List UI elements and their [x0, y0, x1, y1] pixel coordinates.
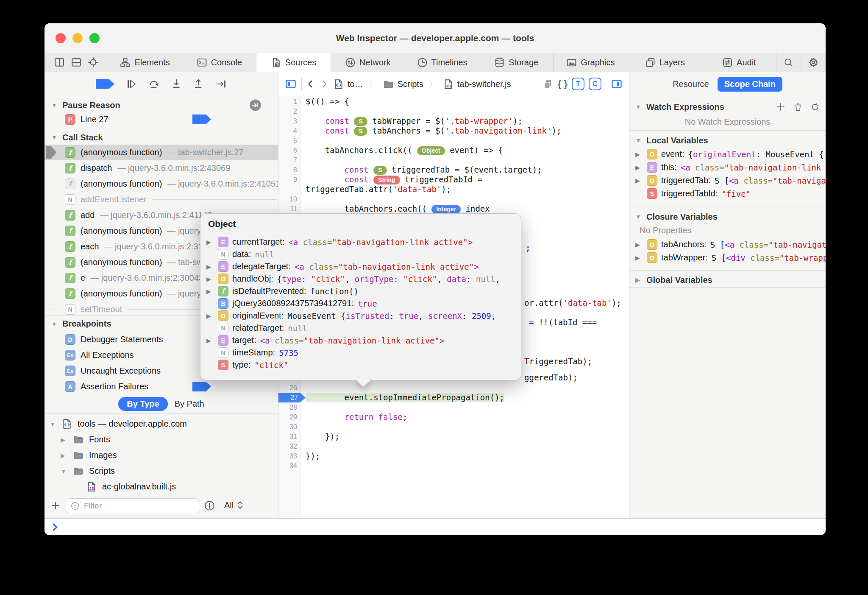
variable-row[interactable]: StriggeredTabId: "five" — [629, 187, 826, 200]
disclosure-triangle-icon[interactable]: ▼ — [50, 421, 56, 427]
call-stack-frame[interactable]: fdispatch— jquery-3.6.0.min.js:2:43069 — [45, 160, 278, 176]
tab-network[interactable]: Network — [331, 53, 405, 72]
object-property-row[interactable]: ▶Etarget: <a class="tab-navigation-link … — [200, 334, 521, 346]
filter-text-field[interactable] — [83, 501, 195, 511]
disclosure-triangle-icon[interactable]: ▶ — [206, 263, 214, 270]
object-property-row[interactable]: ▶EcurrentTarget: <a class="tab-navigatio… — [200, 236, 521, 248]
add-resource-icon[interactable] — [50, 500, 61, 511]
tab-elements[interactable]: Elements — [108, 53, 182, 72]
call-stack-frame[interactable]: f(anonymous function)— jquery-3.6.0.min.… — [45, 176, 278, 192]
object-property-row[interactable]: ▶OhandleObj: {type: "click", origType: "… — [200, 273, 521, 285]
breakpoints-enabled-toggle[interactable] — [96, 79, 114, 89]
tab-resource[interactable]: Resource — [673, 79, 709, 89]
line-number[interactable]: 11 — [278, 204, 297, 214]
breadcrumb-item[interactable]: to… — [348, 79, 363, 89]
step-out-button[interactable] — [192, 78, 204, 90]
breakpoint-item[interactable]: AAssertion Failures — [45, 379, 278, 394]
tab-sources[interactable]: Sources — [256, 53, 331, 72]
pause-reason-row[interactable]: PLine 27 — [45, 112, 278, 127]
object-property-row[interactable]: ▶OoriginalEvent: MouseEvent {isTrusted: … — [200, 310, 521, 322]
step-over-button[interactable] — [147, 78, 160, 90]
line-number[interactable]: 32 — [278, 441, 297, 451]
disclosure-triangle-icon[interactable]: ▶ — [206, 288, 214, 295]
segment-by-path[interactable]: By Path — [175, 399, 204, 409]
code-coverage-button[interactable]: C — [589, 78, 601, 90]
object-property-row[interactable]: BjQuery36008924375739412791: true — [200, 297, 521, 310]
variable-row[interactable]: ▶OtabAnchors: S [<a class="tab-navigatio… — [629, 238, 826, 251]
line-number[interactable]: 5 — [278, 136, 297, 145]
line-number[interactable]: 6 — [278, 145, 297, 155]
tree-item-fonts[interactable]: ▶Fonts — [45, 432, 278, 447]
disclosure-triangle-icon[interactable]: ▼ — [61, 468, 67, 475]
line-number[interactable]: 8 — [278, 165, 297, 175]
tab-graphics[interactable]: Graphics — [554, 53, 628, 72]
line-number[interactable]: 3 — [278, 116, 297, 126]
dock-bottom-icon[interactable] — [71, 57, 82, 68]
issues-filter-icon[interactable] — [204, 500, 215, 511]
line-number[interactable]: 1 — [278, 97, 297, 106]
object-property-row[interactable]: NrelatedTarget: null — [200, 322, 521, 334]
line-number[interactable]: 26 — [278, 383, 297, 393]
tree-item-scripts[interactable]: ▼Scripts — [45, 463, 278, 479]
disclosure-triangle-icon[interactable]: ▶ — [206, 337, 214, 344]
call-stack-frame[interactable]: NaddEventListener — [45, 192, 278, 207]
tab-storage[interactable]: Storage — [479, 53, 554, 72]
toggle-right-sidebar-icon[interactable] — [610, 78, 623, 90]
tree-item-tools[interactable]: ▼tools — developer.apple.com — [45, 416, 278, 432]
disclosure-triangle-icon[interactable]: ▶ — [635, 277, 642, 283]
quick-console-bar[interactable] — [45, 518, 826, 535]
zoom-window-button[interactable] — [89, 33, 100, 43]
line-number[interactable]: 30 — [278, 422, 297, 432]
search-button[interactable] — [776, 53, 801, 72]
reveal-pause-icon[interactable] — [250, 100, 261, 111]
add-watch-expression-icon[interactable] — [776, 102, 786, 112]
disclosure-triangle-icon[interactable]: ▶ — [635, 254, 643, 261]
breadcrumb-item[interactable]: Scripts — [398, 79, 423, 89]
minimize-window-button[interactable] — [72, 33, 83, 43]
tree-item-images[interactable]: ▶Images — [45, 447, 278, 463]
line-number[interactable]: 29 — [278, 412, 297, 422]
object-property-row[interactable]: Stype: "click" — [200, 359, 521, 371]
line-number[interactable]: 31 — [278, 432, 297, 441]
pretty-print-icon[interactable]: { } — [558, 78, 568, 89]
disclosure-triangle-icon[interactable]: ▶ — [635, 151, 643, 158]
disclosure-triangle-icon[interactable]: ▼ — [635, 213, 642, 220]
tab-layers[interactable]: Layers — [628, 53, 702, 72]
execution-pointer[interactable]: 27 — [278, 393, 306, 402]
line-number[interactable]: 33 — [278, 451, 297, 461]
resource-scope-dropdown[interactable]: All — [224, 500, 243, 510]
disclosure-triangle-icon[interactable]: ▶ — [206, 276, 214, 282]
disclosure-triangle-icon[interactable]: ▼ — [51, 134, 58, 141]
disclosure-triangle-icon[interactable]: ▶ — [635, 164, 643, 171]
step-into-button[interactable] — [170, 78, 182, 90]
disclosure-triangle-icon[interactable]: ▶ — [61, 452, 67, 459]
line-number[interactable]: 2 — [278, 106, 297, 116]
settings-button[interactable] — [801, 53, 826, 72]
step-next-button[interactable] — [214, 78, 227, 90]
tab-audit[interactable]: Audit — [702, 53, 776, 72]
line-number[interactable]: 4 — [278, 126, 297, 136]
breadcrumb-item[interactable]: tab-switcher.js — [457, 79, 511, 89]
element-picker-icon[interactable] — [88, 57, 99, 68]
object-property-row[interactable]: Ndata: null — [200, 248, 521, 260]
variable-row[interactable]: ▶OtabWrapper: S [<div class="tab-wrapper… — [629, 251, 826, 264]
tree-item-ac-globalnav.built.js[interactable]: JSac-globalnav.built.js — [45, 479, 278, 494]
tab-timelines[interactable]: Timelines — [405, 53, 479, 72]
disclosure-triangle-icon[interactable]: ▶ — [206, 313, 214, 319]
toggle-left-sidebar-icon[interactable] — [284, 78, 297, 90]
line-number[interactable]: 7 — [278, 155, 297, 165]
disclosure-triangle-icon[interactable]: ▶ — [635, 241, 643, 248]
copy-icon[interactable] — [542, 78, 554, 89]
back-icon[interactable] — [306, 78, 315, 89]
close-window-button[interactable] — [56, 33, 66, 43]
call-stack-frame[interactable]: f(anonymous function)— tab-switcher.js:2… — [45, 145, 278, 160]
object-property-row[interactable]: ▶EdelegateTarget: <a class="tab-navigati… — [200, 260, 521, 273]
filter-input[interactable] — [66, 498, 199, 513]
clear-watch-expressions-icon[interactable] — [793, 102, 803, 112]
variable-row[interactable]: ▶OtriggeredTab: S [<a class="tab-navigat… — [629, 174, 826, 187]
line-number[interactable]: 28 — [278, 402, 297, 412]
refresh-watch-expressions-icon[interactable] — [810, 102, 820, 112]
line-number[interactable]: 9 — [278, 175, 297, 184]
disclosure-triangle-icon[interactable]: ▼ — [635, 103, 642, 110]
forward-icon[interactable] — [320, 78, 329, 89]
